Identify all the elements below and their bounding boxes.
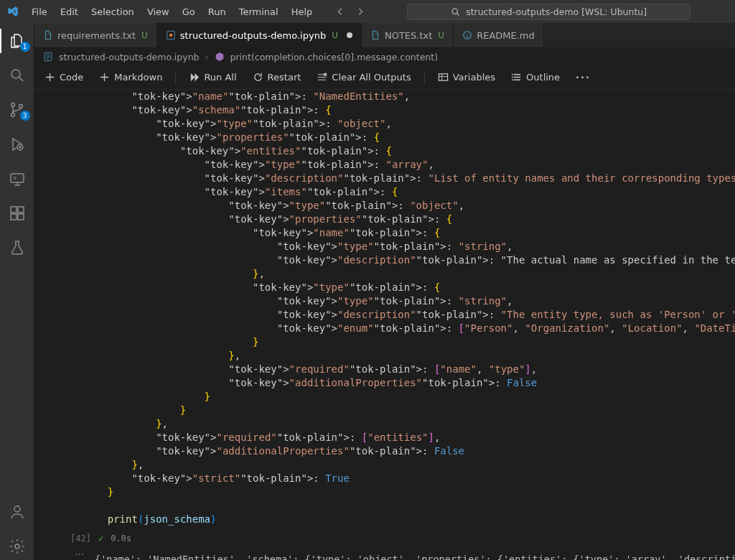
menu-bar: FileEditSelectionViewGoRunTerminalHelp bbox=[26, 4, 318, 20]
notebook-icon bbox=[43, 52, 53, 62]
editor-tabs: requirements.txtUstructured-outputs-demo… bbox=[34, 23, 735, 48]
explorer-badge: 1 bbox=[20, 42, 30, 52]
tab-git-status: U bbox=[438, 30, 444, 40]
tab-git-status: U bbox=[141, 30, 148, 40]
svg-point-3 bbox=[11, 113, 14, 117]
activity-bar: 1 3 bbox=[0, 23, 34, 560]
run-all-button[interactable]: Run All bbox=[186, 70, 239, 85]
svg-point-18 bbox=[512, 74, 513, 75]
code-cell-editor[interactable]: "tok-key">"name""tok-plain">: "NamedEnti… bbox=[34, 90, 735, 531]
dirty-indicator-icon bbox=[347, 32, 352, 38]
restart-icon bbox=[253, 72, 263, 83]
notebook-toolbar: Code Markdown Run All Restart Clear All … bbox=[34, 65, 735, 90]
add-markdown-cell-button[interactable]: Markdown bbox=[96, 70, 165, 85]
gear-icon bbox=[9, 538, 26, 555]
remote-icon bbox=[9, 170, 26, 187]
debug-icon bbox=[9, 136, 26, 153]
execution-time: 0.0s bbox=[111, 533, 131, 543]
activity-account[interactable] bbox=[0, 498, 34, 526]
activity-testing[interactable] bbox=[0, 234, 34, 261]
tab-requirements-txt[interactable]: requirements.txtU bbox=[34, 23, 157, 47]
menu-view[interactable]: View bbox=[141, 4, 175, 20]
run-all-icon bbox=[189, 72, 200, 83]
toolbar-more-button[interactable]: ··· bbox=[573, 70, 594, 85]
window-title-text: structured-outputs-demo [WSL: Ubuntu] bbox=[466, 6, 647, 17]
chevron-right-icon: › bbox=[205, 52, 209, 62]
clear-outputs-button[interactable]: Clear All Outputs bbox=[314, 70, 413, 85]
plus-icon bbox=[45, 72, 55, 83]
title-bar: FileEditSelectionViewGoRunTerminalHelp s… bbox=[0, 0, 735, 23]
variables-icon bbox=[438, 72, 449, 83]
account-icon bbox=[9, 503, 26, 521]
tab-structured-outputs-demo-ipynb[interactable]: structured-outputs-demo.ipynbU bbox=[157, 23, 362, 47]
variables-button[interactable]: Variables bbox=[435, 70, 498, 85]
symbol-method-icon bbox=[215, 52, 225, 62]
breadcrumb-file: structured-outputs-demo.ipynb bbox=[59, 52, 200, 62]
outline-icon bbox=[511, 72, 522, 83]
svg-rect-10 bbox=[18, 207, 24, 213]
breadcrumb-symbol: print(completion.choices[0].message.cont… bbox=[230, 52, 439, 62]
outline-button[interactable]: Outline bbox=[508, 70, 563, 85]
svg-point-2 bbox=[11, 103, 14, 107]
menu-go[interactable]: Go bbox=[177, 4, 201, 20]
breadcrumb[interactable]: structured-outputs-demo.ipynb › print(co… bbox=[34, 48, 735, 65]
svg-point-12 bbox=[15, 544, 19, 549]
activity-extensions[interactable] bbox=[0, 200, 34, 227]
activity-search[interactable] bbox=[0, 62, 34, 89]
svg-rect-7 bbox=[11, 207, 17, 213]
menu-selection[interactable]: Selection bbox=[85, 4, 140, 20]
svg-point-11 bbox=[14, 506, 20, 512]
window-title[interactable]: structured-outputs-demo [WSL: Ubuntu] bbox=[368, 4, 729, 20]
editor-area: requirements.txtUstructured-outputs-demo… bbox=[34, 23, 735, 560]
tab-label: NOTES.txt bbox=[385, 30, 432, 41]
svg-point-0 bbox=[452, 9, 457, 14]
extensions-icon bbox=[9, 205, 26, 222]
tab-label: structured-outputs-demo.ipynb bbox=[180, 30, 326, 41]
svg-rect-8 bbox=[11, 214, 17, 220]
restart-kernel-button[interactable]: Restart bbox=[250, 70, 304, 85]
add-code-cell-button[interactable]: Code bbox=[42, 70, 86, 85]
tab-git-status: U bbox=[332, 30, 338, 40]
svg-point-1 bbox=[11, 70, 20, 78]
svg-point-4 bbox=[19, 105, 22, 108]
clear-icon bbox=[317, 72, 327, 83]
menu-edit[interactable]: Edit bbox=[55, 4, 84, 20]
search-icon bbox=[9, 67, 26, 84]
menu-terminal[interactable]: Terminal bbox=[233, 4, 284, 20]
cell-status-bar: [42] ✓ 0.0s bbox=[34, 531, 735, 546]
tab-readme-md[interactable]: README.md bbox=[454, 23, 544, 47]
nav-back-icon[interactable] bbox=[335, 6, 345, 17]
nav-forward-icon[interactable] bbox=[355, 6, 365, 17]
output-expand-icon[interactable]: … bbox=[75, 546, 84, 557]
success-check-icon: ✓ bbox=[98, 533, 103, 543]
tab-label: README.md bbox=[477, 30, 535, 41]
activity-run-debug[interactable] bbox=[0, 131, 34, 158]
svg-rect-6 bbox=[11, 174, 24, 182]
search-icon bbox=[451, 7, 460, 17]
activity-remote[interactable] bbox=[0, 165, 34, 192]
beaker-icon bbox=[9, 239, 26, 256]
svg-point-14 bbox=[169, 34, 172, 37]
svg-rect-9 bbox=[18, 214, 24, 220]
tab-label: requirements.txt bbox=[57, 30, 136, 41]
scm-badge: 3 bbox=[20, 111, 30, 121]
menu-help[interactable]: Help bbox=[286, 4, 319, 20]
svg-rect-17 bbox=[439, 74, 447, 80]
activity-explorer[interactable]: 1 bbox=[0, 27, 34, 55]
tab-notes-txt[interactable]: NOTES.txtU bbox=[362, 23, 454, 47]
activity-source-control[interactable]: 3 bbox=[0, 96, 34, 123]
activity-settings[interactable] bbox=[0, 533, 34, 560]
vscode-logo-icon bbox=[7, 6, 19, 17]
menu-run[interactable]: Run bbox=[202, 4, 232, 20]
execution-count: [42] bbox=[70, 533, 91, 543]
svg-point-20 bbox=[512, 79, 513, 80]
cell-output: {'name': 'NamedEntities', 'schema': {'ty… bbox=[52, 546, 735, 560]
plus-icon bbox=[99, 72, 110, 83]
menu-file[interactable]: File bbox=[26, 4, 53, 20]
svg-point-19 bbox=[512, 77, 513, 78]
